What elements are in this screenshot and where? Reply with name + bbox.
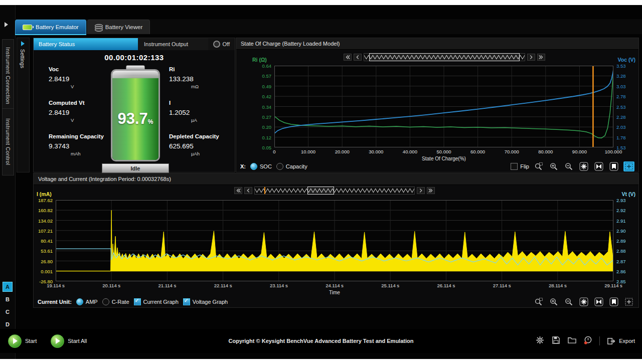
tick-label: 2.88 (616, 248, 626, 254)
tab-instrument-output[interactable]: Instrument Output (138, 38, 208, 50)
x-axis-ticks: 19.114 s20.114 s21.114 s22.114 s23.114 s… (56, 283, 613, 289)
tick-label: 21.114 s (158, 283, 177, 288)
scroll-start-icon[interactable] (344, 54, 352, 61)
vi-plot-canvas[interactable] (56, 200, 613, 281)
autoscale-icon[interactable] (578, 161, 589, 171)
voltage-graph-checkbox[interactable]: Voltage Graph (183, 298, 228, 305)
sidebar-tab-instrument-control[interactable]: Instrument Control (2, 108, 14, 175)
tick-label: 60.000 (470, 149, 485, 154)
cursor-tracking-icon[interactable] (623, 297, 634, 307)
autoscale-icon[interactable] (578, 297, 589, 307)
trigger-marker (264, 187, 265, 194)
tick-label: 2.28 (616, 114, 626, 119)
soc-chart: Ri (Ω) Voc (V) 0.640.570.490.420.340.270… (274, 66, 613, 147)
fit-x-icon[interactable] (593, 161, 604, 171)
scroll-right-icon[interactable] (417, 187, 425, 194)
play-all-icon[interactable] (51, 334, 64, 348)
checkbox-icon[interactable] (511, 163, 518, 170)
scroll-left-icon[interactable] (244, 187, 252, 194)
tick-label: 20.000 (335, 149, 350, 154)
channel-button-a[interactable]: A (3, 282, 13, 292)
checkbox-icon[interactable] (134, 298, 141, 305)
tab-battery-emulator[interactable]: Battery Emulator (15, 20, 86, 34)
checkbox-icon[interactable] (183, 298, 190, 305)
fit-x-icon[interactable] (593, 297, 604, 307)
zoom-in-icon[interactable] (548, 161, 559, 171)
tick-label: 2.86 (616, 268, 626, 274)
output-toggle-icon[interactable] (213, 41, 220, 48)
right-axis-label: Vt (V) (622, 191, 635, 197)
cursor-tracking-icon[interactable] (623, 161, 634, 171)
play-icon[interactable] (8, 334, 22, 348)
flip-checkbox[interactable]: Flip (511, 163, 529, 170)
radio-soc[interactable]: SOC (250, 163, 272, 170)
radio-capacity[interactable]: Capacity (276, 163, 307, 170)
scroll-left-icon[interactable] (354, 54, 362, 61)
elapsed-timer: 00.00:01:02:133 (34, 53, 235, 62)
battery-status-header: Battery Status Instrument Output Off (34, 38, 235, 50)
pan-track[interactable] (254, 187, 415, 195)
tick-label: 0.05 (262, 145, 272, 150)
tab-battery-status[interactable]: Battery Status (34, 38, 138, 50)
pan-window[interactable] (369, 53, 520, 61)
tick-label: 27.114 s (493, 283, 511, 288)
save-icon[interactable] (551, 335, 561, 347)
scroll-start-icon[interactable] (234, 187, 242, 194)
settings-rail[interactable]: Settings (17, 38, 30, 172)
tick-label: 0.34 (262, 104, 272, 109)
vi-pan-slider[interactable] (234, 187, 435, 195)
tab-battery-viewer[interactable]: Battery Viewer (87, 20, 150, 34)
channel-button-c[interactable]: C (3, 307, 13, 317)
scroll-end-icon[interactable] (537, 54, 545, 61)
x-axis-label: Time (56, 290, 613, 295)
export-button[interactable]: Export (606, 336, 635, 346)
channel-button-d[interactable]: D (3, 319, 13, 329)
soc-plot-canvas[interactable] (274, 66, 613, 147)
tab-label: Battery Status (39, 41, 75, 47)
tick-label: 0.12 (262, 134, 272, 140)
tick-label: 70.000 (505, 149, 519, 154)
tick-label: 2.89 (616, 238, 626, 244)
sidebar-tab-instrument-connection[interactable]: Instrument Connection (2, 39, 14, 112)
zoom-in-icon[interactable] (548, 297, 559, 307)
zoom-out-icon[interactable] (563, 161, 574, 171)
radio-icon[interactable] (250, 163, 257, 170)
tick-label: 0.49 (262, 83, 272, 89)
current-graph-checkbox[interactable]: Current Graph (134, 298, 179, 305)
output-state-control[interactable]: Off (213, 38, 235, 50)
pan-track[interactable] (364, 53, 525, 61)
status-alert-icon[interactable] (583, 335, 593, 347)
tick-label: 50.000 (436, 149, 451, 154)
tick-label: 2.03 (616, 124, 626, 130)
field-remaining-capacity: Remaining Capacity 9.3743 mAh (49, 133, 114, 156)
radio-icon[interactable] (76, 298, 83, 305)
pan-window[interactable] (307, 187, 334, 195)
tick-label: 0 (273, 149, 275, 154)
zoom-out-icon[interactable] (563, 297, 574, 307)
gear-icon[interactable] (535, 335, 545, 347)
tick-label: 30.000 (369, 149, 383, 154)
footer-divider (599, 336, 600, 345)
tick-label: 2.53 (616, 104, 626, 109)
scroll-end-icon[interactable] (427, 187, 435, 194)
app-window: Instrument Connection Instrument Control… (0, 5, 642, 359)
zoom-selection-icon[interactable] (533, 161, 544, 171)
radio-icon[interactable] (102, 298, 109, 305)
channel-button-b[interactable]: B (3, 294, 13, 304)
field-ri: Ri 133.238 mΩ (169, 66, 234, 89)
zoom-selection-icon[interactable] (533, 297, 544, 307)
sidebar-tab-label: Instrument Connection (5, 47, 11, 104)
scroll-right-icon[interactable] (527, 54, 535, 61)
radio-c-rate[interactable]: C-Rate (102, 298, 129, 305)
soc-pan-slider[interactable] (344, 53, 545, 61)
radio-icon[interactable] (276, 163, 283, 170)
radio-amp[interactable]: AMP (76, 298, 98, 305)
annotation-icon[interactable] (608, 161, 619, 171)
folder-icon[interactable] (567, 335, 577, 347)
tick-label: 90.000 (572, 149, 587, 154)
voltage-current-panel: Voltage and Current (Integration Period:… (33, 173, 639, 308)
annotation-icon[interactable] (608, 297, 619, 307)
left-axis-label: Ri (Ω) (252, 57, 267, 63)
settings-expand-icon[interactable] (21, 41, 25, 46)
collapse-sidebar-icon[interactable] (5, 22, 8, 27)
